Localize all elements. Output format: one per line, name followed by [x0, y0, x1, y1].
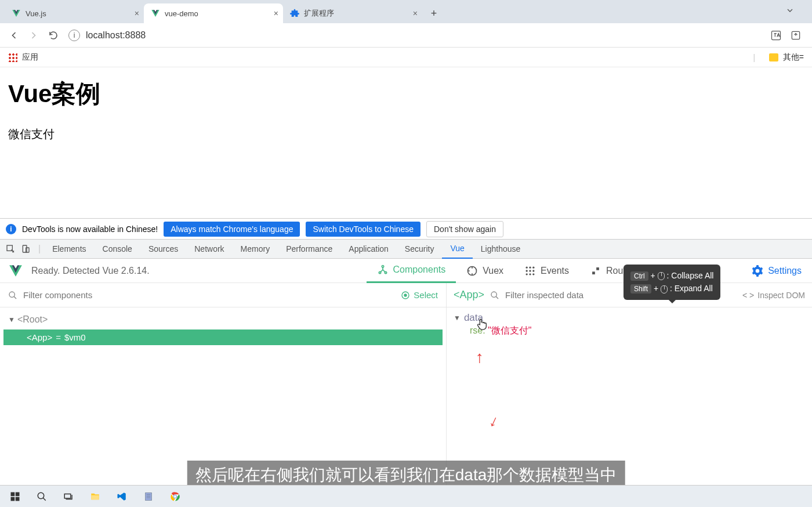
translate-icon[interactable] [770, 30, 782, 41]
page-heading: Vue案例 [8, 78, 804, 110]
arrow-annotation: ↓ [487, 411, 502, 432]
task-view-button[interactable] [56, 487, 81, 506]
chrome-icon[interactable] [162, 487, 188, 506]
search-icon [490, 291, 499, 300]
search-icon [8, 291, 17, 300]
data-section[interactable]: ▼ data [454, 311, 805, 325]
tab-title: Vue.js [26, 9, 46, 18]
svg-rect-23 [16, 492, 20, 496]
url-text[interactable]: localhost:8888 [86, 30, 146, 41]
data-property[interactable]: rse: "微信支付" [470, 325, 805, 337]
tab-title: 扩展程序 [304, 8, 334, 19]
tree-root-node[interactable]: ▼ <Root> [3, 312, 443, 327]
close-icon[interactable]: × [274, 9, 278, 18]
device-toggle-icon[interactable] [20, 243, 31, 255]
svg-point-13 [529, 270, 531, 271]
page-text: 微信支付 [8, 126, 804, 142]
browser-tab[interactable]: 扩展程序 × [283, 3, 422, 23]
svg-point-17 [532, 273, 534, 275]
inspect-dom-button[interactable]: < > Inspect DOM [742, 291, 805, 300]
file-explorer-icon[interactable] [82, 487, 108, 506]
dont-show-button[interactable]: Don't show again [426, 221, 503, 237]
vscode-icon[interactable] [109, 487, 135, 506]
caret-down-icon: ▼ [8, 316, 15, 324]
apps-label: 应用 [22, 52, 38, 63]
mouse-icon [661, 285, 668, 294]
svg-rect-22 [11, 492, 15, 496]
browser-tab-active[interactable]: vue-demo × [144, 3, 283, 23]
svg-point-15 [526, 273, 528, 275]
site-info-icon[interactable]: i [68, 30, 80, 41]
cursor-icon [476, 318, 488, 331]
share-icon[interactable] [790, 30, 802, 41]
devtools-tab-lighthouse[interactable]: Lighthouse [473, 239, 529, 259]
svg-point-9 [526, 266, 528, 268]
match-language-button[interactable]: Always match Chrome's language [164, 222, 300, 237]
start-button[interactable] [2, 487, 28, 506]
svg-point-18 [9, 292, 14, 297]
svg-point-21 [491, 292, 496, 297]
devtools-tab-memory[interactable]: Memory [233, 239, 278, 259]
apps-icon [8, 53, 17, 62]
bookmarks-bar: 应用 | 其他= [0, 48, 812, 67]
windows-taskbar [0, 485, 812, 507]
browser-tab[interactable]: Vue.js × [5, 3, 144, 23]
tab-menu-icon[interactable] [785, 6, 795, 15]
apps-shortcut[interactable]: 应用 [8, 52, 38, 63]
svg-point-10 [529, 266, 531, 268]
vue-icon [12, 9, 21, 18]
devtools-tab-application[interactable]: Application [340, 239, 397, 259]
browser-tab-bar: Vue.js × vue-demo × 扩展程序 × + [0, 0, 812, 23]
devtools-tab-console[interactable]: Console [95, 239, 140, 259]
close-icon[interactable]: × [135, 9, 139, 18]
svg-rect-25 [16, 497, 20, 501]
svg-rect-28 [146, 492, 152, 500]
nav-vuex[interactable]: Vuex [456, 259, 514, 283]
notepad-icon[interactable] [136, 487, 161, 506]
vue-icon [151, 9, 160, 18]
new-tab-button[interactable]: + [426, 5, 442, 21]
svg-point-26 [38, 492, 44, 499]
forward-button[interactable] [26, 27, 42, 44]
page-content: Vue案例 微信支付 [0, 67, 812, 153]
svg-point-5 [382, 266, 383, 267]
close-icon[interactable]: × [413, 9, 418, 18]
arrow-annotation: ↑ [476, 348, 484, 367]
select-component-button[interactable]: Select [401, 290, 438, 300]
nav-events[interactable]: Events [514, 259, 579, 283]
reload-button[interactable] [45, 27, 61, 44]
svg-point-20 [404, 294, 407, 296]
svg-point-14 [532, 270, 534, 271]
address-bar: i localhost:8888 [0, 23, 812, 48]
caret-down-icon: ▼ [454, 314, 461, 322]
search-button[interactable] [29, 487, 55, 506]
svg-rect-27 [64, 494, 71, 498]
back-button[interactable] [6, 27, 22, 44]
devtools-tab-vue[interactable]: Vue [442, 239, 472, 259]
info-icon: i [6, 224, 16, 234]
keyboard-tooltip: Ctrl + : Collapse All Shift + : Expand A… [624, 265, 720, 300]
extension-icon [290, 9, 299, 18]
filter-components-input[interactable] [23, 290, 395, 300]
selected-component-label: <App> [454, 289, 484, 301]
infobar-message: DevTools is now available in Chinese! [22, 224, 158, 234]
devtools-tab-performance[interactable]: Performance [278, 239, 340, 259]
nav-settings[interactable]: Settings [741, 259, 812, 283]
inspect-element-icon[interactable] [5, 243, 16, 255]
svg-rect-24 [11, 497, 15, 501]
devtools-infobar: i DevTools is now available in Chinese! … [0, 218, 812, 239]
svg-point-11 [532, 266, 534, 268]
switch-language-button[interactable]: Switch DevTools to Chinese [306, 222, 420, 237]
devtools-tab-security[interactable]: Security [397, 239, 443, 259]
devtools-tab-sources[interactable]: Sources [140, 239, 186, 259]
nav-components[interactable]: Components [367, 259, 456, 283]
svg-point-31 [174, 495, 177, 498]
devtools-tab-elements[interactable]: Elements [44, 239, 94, 259]
other-label: 其他= [783, 52, 804, 63]
svg-point-12 [526, 270, 528, 271]
other-bookmarks[interactable]: | 其他= [753, 52, 804, 63]
devtools-tabs: | Elements Console Sources Network Memor… [0, 239, 812, 259]
tree-app-node[interactable]: <App> = $vm0 [3, 329, 443, 345]
vue-status: Ready. Detected Vue 2.6.14. [31, 266, 150, 276]
devtools-tab-network[interactable]: Network [186, 239, 232, 259]
